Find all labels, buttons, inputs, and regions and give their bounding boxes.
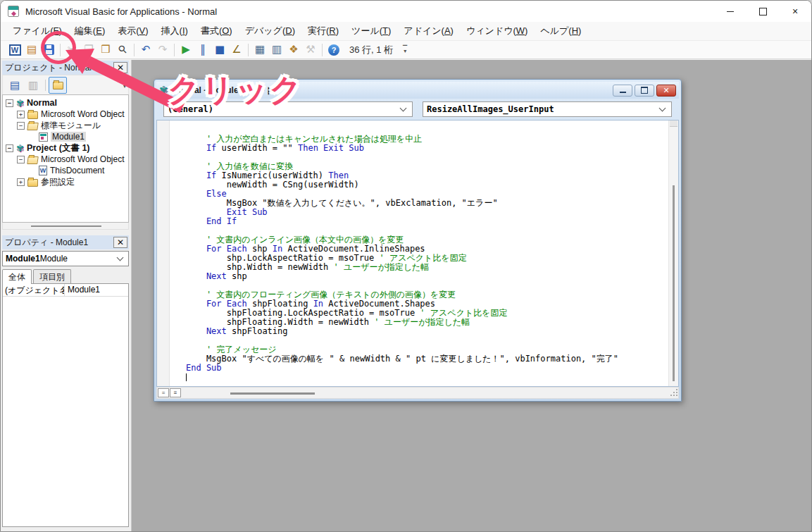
tree-item-5[interactable]: −Microsoft Word Object (3, 154, 128, 165)
tree-item-label: 参照設定 (41, 176, 75, 188)
properties-panel-title-text: プロパティ - Module1 (5, 237, 88, 249)
tree-item-label: Project (文書 1) (27, 142, 90, 154)
project-icon: ✾ (16, 143, 24, 154)
property-name: (オブジェクト名) (3, 284, 65, 296)
tree-item-2[interactable]: −標準モジュール (3, 120, 128, 131)
tree-item-label: Module1 (51, 132, 86, 142)
property-value[interactable]: Module1 (65, 284, 128, 296)
menu-item-9[interactable]: ウィンドウ(W) (460, 22, 534, 40)
view-word-icon[interactable]: W (6, 42, 23, 58)
tree-item-7[interactable]: +参照設定 (3, 176, 128, 187)
code-close-button[interactable]: ✕ (656, 85, 676, 97)
toolbar-overflow-button[interactable]: ▔▾ (400, 43, 410, 57)
menu-item-2[interactable]: 表示(V) (111, 22, 154, 40)
project-explorer-icon[interactable]: ▦ (251, 42, 268, 58)
splitter-handle[interactable] (670, 120, 677, 127)
resize-grip[interactable] (669, 389, 677, 397)
expand-icon[interactable]: + (17, 111, 25, 118)
chevron-down-icon (659, 105, 666, 112)
tree-item-label: ThisDocument (50, 166, 104, 175)
menu-bar: ファイル(F)編集(E)表示(V)挿入(I)書式(O)デバッグ(D)実行(R)ツ… (1, 22, 811, 41)
selected-object-name: Module1 (6, 254, 40, 264)
app-icon (8, 6, 19, 17)
tree-item-4[interactable]: −✾Project (文書 1) (3, 142, 128, 154)
collapse-icon[interactable]: − (6, 99, 13, 107)
mdi-background: ✾ Normal - Module1 (コード) ✕ (General) Res… (132, 60, 811, 531)
reset-icon[interactable]: ■ (211, 42, 228, 58)
menu-item-6[interactable]: 実行(R) (301, 22, 345, 40)
maximize-button[interactable] (747, 1, 779, 22)
object-browser-icon[interactable]: ❖ (285, 42, 302, 58)
full-module-view-button[interactable]: ≡ (170, 388, 181, 397)
procedure-view-button[interactable]: = (158, 388, 169, 397)
menu-item-8[interactable]: アドイン(A) (397, 22, 460, 40)
chevron-down-icon (117, 254, 124, 261)
menu-item-3[interactable]: 挿入(I) (155, 22, 194, 40)
code-vertical-scrollbar[interactable] (668, 120, 678, 386)
code-window: ✾ Normal - Module1 (コード) ✕ (General) Res… (154, 79, 682, 402)
text-cursor (186, 373, 187, 381)
properties-panel-close-button[interactable]: ✕ (113, 237, 127, 248)
object-selector-dropdown[interactable]: Module1 Module (2, 251, 129, 266)
left-panels: プロジェクト - Normal ✕ ▤▥▔▾ −✾Normal+Microsof… (1, 60, 132, 531)
code-editor[interactable]: ' 入力が空白またはキャンセルされた場合は処理を中止 If userWidth … (170, 120, 668, 386)
menu-item-10[interactable]: ヘルプ(H) (534, 22, 587, 40)
open-folder-icon (27, 121, 38, 130)
tab-categorized[interactable]: 項目別 (33, 269, 71, 284)
collapse-icon[interactable]: − (17, 156, 25, 163)
word-document-icon: W (39, 166, 47, 175)
view-code-button[interactable]: ▤ (6, 77, 24, 94)
procedure-dropdown[interactable]: ResizeAllImages_UserInput (423, 101, 672, 117)
properties-window-icon[interactable]: ▥ (268, 42, 285, 58)
menu-item-1[interactable]: 編集(E) (68, 22, 111, 40)
click-annotation: クリック (168, 69, 303, 111)
code-window-bottom-bar: = ≡ (156, 387, 679, 399)
window-title: Microsoft Visual Basic for Applications … (25, 6, 217, 17)
project-icon: ✾ (16, 98, 24, 109)
selected-object-type: Module (40, 254, 68, 264)
vba-editor-window: Microsoft Visual Basic for Applications … (0, 0, 812, 532)
cursor-position-status: 36 行, 1 桁 (349, 44, 393, 56)
properties-panel-title: プロパティ - Module1 ✕ (2, 235, 129, 249)
design-mode-icon[interactable]: ∠ (228, 42, 245, 58)
tree-item-3[interactable]: Module1 (3, 131, 128, 142)
open-folder-icon (27, 155, 38, 164)
module-icon (39, 132, 48, 142)
property-row[interactable]: (オブジェクト名) Module1 (3, 284, 128, 297)
project-tree-hscrollbar[interactable] (2, 223, 129, 230)
minimize-button[interactable] (714, 1, 747, 22)
chevron-down-icon (400, 105, 407, 112)
procedure-dropdown-value: ResizeAllImages_UserInput (427, 104, 554, 114)
code-restore-button[interactable] (635, 85, 654, 97)
properties-grid: (オブジェクト名) Module1 (2, 283, 129, 527)
code-horizontal-scrollbar[interactable] (181, 388, 669, 398)
title-bar: Microsoft Visual Basic for Applications … (1, 1, 811, 22)
menu-item-7[interactable]: ツール(T) (345, 22, 397, 40)
code-margin-indicator-bar[interactable] (157, 120, 170, 386)
toolbox-icon[interactable]: ⚒ (302, 42, 319, 58)
collapse-icon[interactable]: − (6, 144, 13, 152)
tree-item-label: 標準モジュール (41, 120, 101, 132)
menu-item-4[interactable]: 書式(O) (194, 22, 239, 40)
tab-alphabetic[interactable]: 全体 (2, 269, 32, 284)
close-button[interactable]: × (779, 1, 811, 22)
collapse-icon[interactable]: − (17, 122, 25, 130)
menu-item-5[interactable]: デバッグ(D) (239, 22, 301, 40)
tree-item-6[interactable]: WThisDocument (3, 165, 128, 176)
folder-icon (27, 178, 38, 187)
code-minimize-button[interactable] (613, 85, 632, 97)
help-icon[interactable]: ? (325, 42, 342, 58)
tree-item-label: Microsoft Word Object (41, 154, 124, 164)
expand-icon[interactable]: + (17, 178, 25, 186)
